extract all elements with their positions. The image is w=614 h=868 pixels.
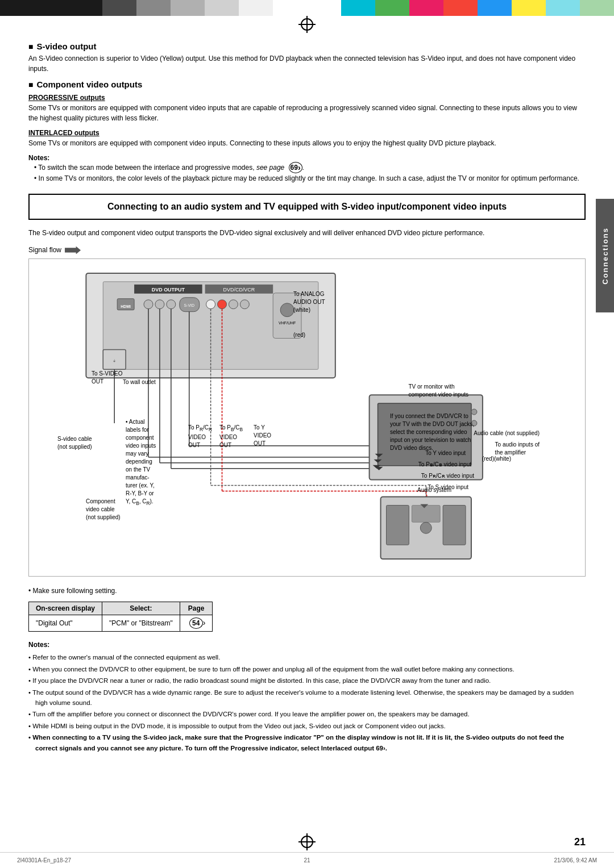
svg-point-15 — [229, 300, 238, 309]
progressive-title: PROGRESSIVE outputs — [28, 94, 586, 102]
svg-marker-51 — [375, 467, 383, 470]
footnote-3: If you place the DVD/VCR near a tuner or… — [28, 675, 586, 686]
svideo-cable-note: (not supplied) — [57, 443, 92, 451]
footnote-6: While HDMI is being output in the DVD mo… — [28, 721, 586, 731]
component-cable-label: Component video cable (not supplied) — [86, 498, 121, 521]
bottom-bar: 2I40301A-En_p18-27 21 21/3/06, 9:42 AM — [0, 852, 614, 868]
settings-table: On-screen display Select: Page "Digital … — [28, 602, 213, 632]
svg-marker-49 — [374, 460, 382, 463]
svg-point-16 — [240, 300, 249, 309]
table-cell-page: 54 — [180, 615, 213, 632]
actual-labels: • Actual labels for component video inpu… — [126, 418, 156, 507]
notes-title-top: Notes: — [28, 154, 586, 162]
svg-text:DVD OUTPUT: DVD OUTPUT — [152, 287, 185, 293]
section-component-title: Component video outputs — [28, 80, 586, 89]
main-content: S-video output An S-Video connection is … — [0, 19, 614, 771]
y-video-label: To Y VIDEO OUT — [254, 424, 271, 448]
cb-gap — [273, 0, 341, 16]
svg-point-10 — [167, 300, 176, 309]
cb-green — [375, 0, 409, 16]
svideo-cable-label: S-video cable (not supplied) — [57, 435, 92, 451]
big-header-box: Connecting to an audio system and TV equ… — [28, 194, 586, 220]
footer-notes-title: Notes: — [28, 641, 586, 649]
make-sure-text: • Make sure following setting. — [28, 587, 586, 595]
cb-red — [443, 0, 478, 16]
svg-marker-52 — [420, 504, 428, 508]
table-header-page: Page — [180, 602, 213, 615]
pr-cr-label: To PR/CR VIDEO OUT — [188, 424, 212, 449]
diagram-area: DVD OUTPUT DVD/CD/VCR HDMI S-VID VHF/U — [28, 258, 586, 577]
svg-point-9 — [155, 300, 164, 309]
svg-rect-44 — [387, 506, 409, 545]
svg-text:S-VID: S-VID — [184, 303, 194, 307]
footnote-bold: When connecting to a TV using the S-vide… — [28, 732, 586, 753]
cb-cyan — [341, 0, 375, 16]
svg-rect-6 — [117, 299, 134, 310]
note-item-color: In some TVs or monitors, the color level… — [34, 173, 586, 183]
note-item-scan: To switch the scan mode between the inte… — [34, 162, 586, 173]
tv-label: TV or monitor withcomponent video inputs — [408, 383, 468, 399]
cb-magenta — [409, 0, 443, 16]
red-label: (red) — [482, 455, 494, 463]
to-analog-red: (red) — [293, 331, 325, 339]
to-analog-white: (white) — [293, 306, 325, 314]
svg-marker-48 — [375, 454, 383, 457]
svg-rect-11 — [180, 298, 200, 312]
cb-white — [239, 0, 273, 16]
audio-label: Audio system — [417, 486, 451, 494]
signal-flow-arrow — [65, 246, 81, 254]
cb-lightblue — [546, 0, 580, 16]
svg-rect-1 — [103, 282, 318, 369]
crosshair-top — [301, 18, 313, 31]
svg-point-13 — [206, 300, 215, 309]
cb-yellow — [512, 0, 546, 16]
svg-rect-43 — [381, 497, 471, 560]
footnote-5: Turn off the amplifier before you connec… — [28, 709, 586, 719]
notes-list-top: To switch the scan mode between the inte… — [28, 162, 586, 183]
svg-point-47 — [420, 523, 432, 534]
section-svideo-title: S-video output — [28, 41, 586, 51]
svideo-cable-text: S-video cable — [57, 435, 92, 443]
table-row: "Digital Out" "PCM" or "Bitstream" 54 — [29, 615, 213, 632]
cb-dark1 — [102, 0, 136, 16]
signal-flow-text: Signal flow — [28, 246, 61, 254]
cb-blue — [478, 0, 512, 16]
interlaced-title: INTERLACED outputs — [28, 129, 586, 137]
svg-text:HDMI: HDMI — [121, 304, 131, 308]
color-bar-top — [0, 0, 614, 16]
table-header-select: Select: — [102, 602, 180, 615]
cb-lightgreen — [580, 0, 614, 16]
page-number: 21 — [574, 836, 586, 848]
interlaced-body: Some TVs or monitors are equipped with c… — [28, 138, 586, 148]
intro-text: The S-video output and component video o… — [28, 228, 586, 238]
to-svideo-label: To S-VIDEO OUT — [92, 370, 122, 386]
to-pr-input-label: To Pʀ/Cʀ video input — [421, 472, 474, 480]
table-header-display: On-screen display — [29, 602, 102, 615]
cb-dark3 — [171, 0, 205, 16]
svg-rect-45 — [443, 506, 466, 545]
footer-left: 2I40301A-En_p18-27 — [17, 857, 71, 863]
page-ref-arrow-54 — [203, 619, 206, 627]
footnote-1: Refer to the owner's manual of the conne… — [28, 652, 586, 662]
cb-black — [0, 0, 102, 16]
svg-marker-50 — [373, 465, 381, 469]
footer-notes: Refer to the owner's manual of the conne… — [28, 652, 586, 753]
footnote-2: When you connect the DVD/VCR to other eq… — [28, 664, 586, 674]
svg-point-8 — [144, 300, 153, 309]
audio-cable-label: Audio cable (not supplied) — [474, 429, 540, 437]
right-tab-connections: Connections — [596, 199, 614, 312]
svg-rect-2 — [134, 285, 202, 294]
dvd-vcr-note: If you connect the DVD/VCR toyour TV wit… — [390, 412, 474, 452]
footnote-4: The output sound of the DVD/VCR has a wi… — [28, 687, 586, 708]
cb-dark4 — [205, 0, 239, 16]
svg-point-18 — [280, 303, 294, 317]
page-ref-54: 54 — [189, 617, 203, 629]
svg-point-14 — [218, 300, 227, 309]
svg-rect-20 — [103, 350, 126, 370]
cb-dark2 — [136, 0, 171, 16]
footer-right: 21/3/06, 9:42 AM — [554, 857, 597, 863]
to-analog-label: To ANALOG AUDIO OUT (white) (red) — [293, 290, 325, 339]
to-pb-input-label: To Pʙ/Cʙ video input — [418, 461, 471, 469]
to-analog-title: To ANALOG — [293, 290, 325, 298]
table-cell-select: "PCM" or "Bitstream" — [102, 615, 180, 632]
